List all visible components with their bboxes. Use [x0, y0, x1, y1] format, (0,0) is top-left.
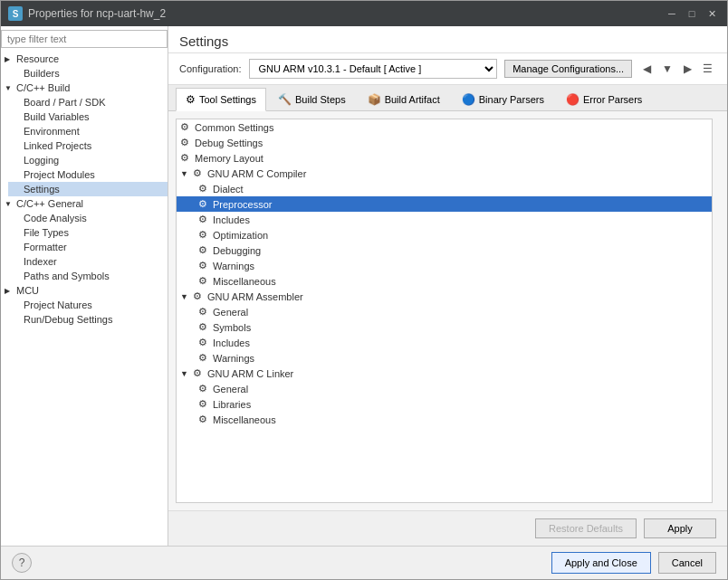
st-libraries-linker[interactable]: ⚙ Libraries — [177, 396, 712, 412]
apply-button[interactable]: Apply — [644, 518, 716, 538]
expand-arrow-general: ▼ — [5, 200, 14, 208]
expand-arrow-resource: ▶ — [5, 55, 14, 63]
sidebar-group-build: Board / Part / SDK Build Variables Envir… — [1, 95, 168, 196]
sidebar-item-resource[interactable]: ▶ Resource — [1, 52, 168, 66]
st-gnu-arm-assembler-group[interactable]: ▼ ⚙ GNU ARM Assembler — [177, 289, 712, 304]
expand-linker-icon: ▼ — [180, 369, 188, 378]
st-includes-asm[interactable]: ⚙ Includes — [177, 335, 712, 350]
st-symbols-asm[interactable]: ⚙ Symbols — [177, 319, 712, 335]
st-common-settings[interactable]: ⚙ Common Settings — [177, 119, 712, 135]
tab-label: Build Artifact — [385, 94, 440, 105]
expand-arrow-mcu: ▶ — [5, 287, 14, 295]
expand-compiler-icon: ▼ — [180, 169, 188, 178]
st-memory-layout[interactable]: ⚙ Memory Layout — [177, 150, 712, 166]
sidebar-item-board-part-sdk[interactable]: Board / Part / SDK — [8, 95, 168, 109]
st-label: Symbols — [213, 322, 251, 333]
sidebar-item-settings[interactable]: Settings — [8, 182, 168, 196]
filter-input[interactable] — [1, 30, 168, 48]
st-icon: ⚙ — [198, 352, 207, 364]
sidebar-item-paths-symbols[interactable]: Paths and Symbols — [8, 269, 168, 283]
st-label: GNU ARM C Linker — [207, 368, 293, 379]
sidebar-item-mcu[interactable]: ▶ MCU — [1, 283, 168, 298]
sidebar-item-project-natures[interactable]: Project Natures — [8, 298, 168, 312]
sidebar-item-label: Project Modules — [24, 169, 95, 180]
sidebar-item-build-variables[interactable]: Build Variables — [8, 109, 168, 124]
minimize-button[interactable]: ─ — [664, 5, 680, 22]
st-miscellaneous-linker[interactable]: ⚙ Miscellaneous — [177, 412, 712, 427]
sidebar-item-ccpp-build[interactable]: ▼ C/C++ Build — [1, 81, 168, 95]
st-label: Miscellaneous — [213, 414, 276, 425]
cancel-button[interactable]: Cancel — [658, 552, 716, 574]
sidebar-item-label: Code Analysis — [24, 213, 87, 223]
maximize-button[interactable]: □ — [684, 5, 700, 22]
footer-row: ? Apply and Close Cancel — [1, 546, 727, 579]
sidebar-item-label: Linked Projects — [24, 140, 91, 151]
restore-defaults-button[interactable]: Restore Defaults — [535, 518, 637, 538]
tab-label: Error Parsers — [583, 94, 642, 105]
forward-button[interactable]: ▶ — [680, 61, 695, 77]
tab-build-steps[interactable]: 🔨 Build Steps — [268, 88, 356, 110]
st-label: Debug Settings — [195, 138, 263, 148]
st-general-linker[interactable]: ⚙ General — [177, 381, 712, 396]
back-button[interactable]: ◀ — [639, 61, 655, 77]
config-dropdown[interactable]: GNU ARM v10.3.1 - Default [ Active ] — [249, 59, 498, 79]
menu-button[interactable]: ☰ — [699, 61, 716, 77]
bottom-buttons: Restore Defaults Apply — [168, 510, 727, 546]
st-warnings[interactable]: ⚙ Warnings — [177, 258, 712, 273]
st-icon: ⚙ — [198, 275, 207, 287]
sidebar-item-ccpp-general[interactable]: ▼ C/C++ General — [1, 196, 168, 211]
st-debug-settings[interactable]: ⚙ Debug Settings — [177, 135, 712, 150]
sidebar-item-project-modules[interactable]: Project Modules — [8, 167, 168, 182]
sidebar-item-label: Environment — [24, 126, 80, 137]
tab-build-artifact[interactable]: 📦 Build Artifact — [358, 88, 450, 110]
tab-label: Binary Parsers — [479, 94, 544, 105]
sidebar-item-indexer[interactable]: Indexer — [8, 254, 168, 269]
sidebar-item-code-analysis[interactable]: Code Analysis — [8, 211, 168, 225]
st-icon: ⚙ — [198, 183, 207, 195]
sidebar-item-label: C/C++ General — [16, 198, 83, 209]
st-icon: ⚙ — [193, 367, 202, 379]
sidebar-item-environment[interactable]: Environment — [8, 124, 168, 138]
close-button[interactable]: ✕ — [704, 5, 720, 22]
st-label: Includes — [213, 214, 250, 225]
sidebar-item-builders[interactable]: Builders — [8, 66, 168, 81]
st-dialect[interactable]: ⚙ Dialect — [177, 181, 712, 196]
apply-close-button[interactable]: Apply and Close — [551, 552, 651, 574]
st-label: Preprocessor — [213, 199, 272, 210]
st-label: Warnings — [213, 261, 254, 271]
st-icon: ⚙ — [180, 152, 189, 164]
st-preprocessor[interactable]: ⚙ Preprocessor — [177, 196, 712, 212]
st-label: General — [213, 307, 248, 318]
sidebar-item-label: Run/Debug Settings — [24, 314, 112, 325]
title-bar-buttons: ─ □ ✕ — [664, 5, 720, 22]
st-general-asm[interactable]: ⚙ General — [177, 304, 712, 319]
sidebar-item-label: Logging — [24, 155, 59, 166]
st-includes[interactable]: ⚙ Includes — [177, 212, 712, 227]
st-warnings-asm[interactable]: ⚙ Warnings — [177, 350, 712, 366]
st-gnu-arm-c-compiler-group[interactable]: ▼ ⚙ GNU ARM C Compiler — [177, 166, 712, 181]
help-button[interactable]: ? — [12, 553, 32, 573]
sidebar-item-logging[interactable]: Logging — [8, 153, 168, 167]
st-optimization[interactable]: ⚙ Optimization — [177, 227, 712, 242]
sidebar-item-linked-projects[interactable]: Linked Projects — [8, 138, 168, 153]
st-icon: ⚙ — [198, 414, 207, 425]
st-debugging[interactable]: ⚙ Debugging — [177, 242, 712, 258]
tab-label: Tool Settings — [199, 94, 256, 105]
build-artifact-icon: 📦 — [368, 93, 381, 106]
sidebar-item-run-debug[interactable]: Run/Debug Settings — [8, 312, 168, 327]
sidebar-item-label: Build Variables — [24, 111, 90, 122]
settings-tree: ⚙ Common Settings ⚙ Debug Settings ⚙ Mem… — [176, 119, 713, 503]
manage-configurations-button[interactable]: Manage Configurations... — [504, 60, 632, 78]
sidebar-group-resource: Builders — [1, 66, 168, 81]
st-label: Dialect — [213, 184, 244, 195]
sidebar-item-file-types[interactable]: File Types — [8, 225, 168, 240]
tab-binary-parsers[interactable]: 🔵 Binary Parsers — [452, 88, 554, 110]
app-icon: S — [8, 6, 23, 21]
binary-parsers-icon: 🔵 — [462, 93, 475, 106]
tab-tool-settings[interactable]: ⚙ Tool Settings — [176, 88, 266, 111]
st-miscellaneous[interactable]: ⚙ Miscellaneous — [177, 273, 712, 289]
dropdown-nav-button[interactable]: ▼ — [658, 61, 676, 77]
st-gnu-arm-c-linker-group[interactable]: ▼ ⚙ GNU ARM C Linker — [177, 366, 712, 381]
tab-error-parsers[interactable]: 🔴 Error Parsers — [556, 88, 652, 110]
sidebar-item-formatter[interactable]: Formatter — [8, 240, 168, 254]
